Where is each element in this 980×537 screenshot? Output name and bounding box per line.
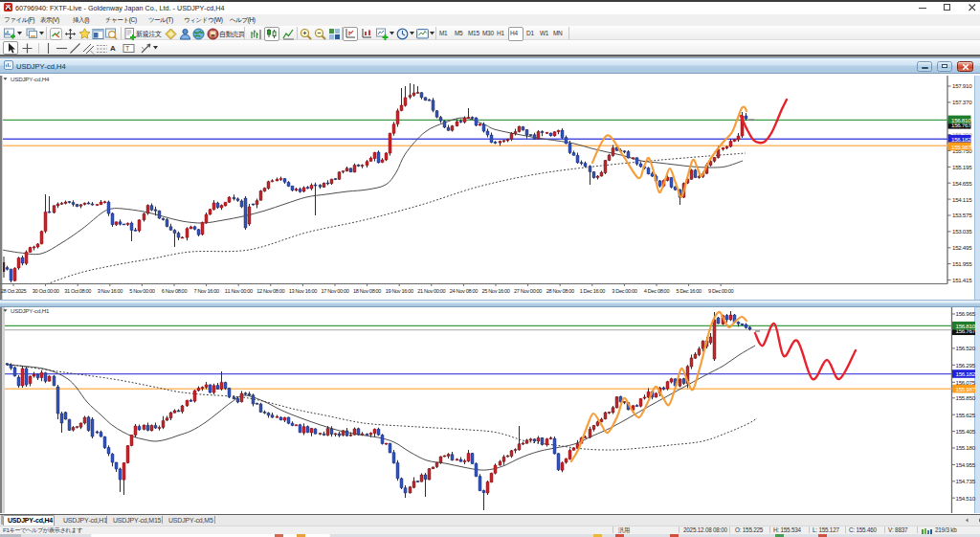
svg-text:7 Nov 16:00: 7 Nov 16:00 [193, 288, 219, 294]
svg-text:USDJPY-cd,H1: USDJPY-cd,H1 [11, 307, 50, 314]
svg-text:3 Nov 16:00: 3 Nov 16:00 [98, 288, 123, 294]
svg-text:153.575: 153.575 [952, 212, 972, 218]
svg-text:156.295: 156.295 [956, 362, 976, 369]
svg-text:153.035: 153.035 [952, 228, 972, 235]
svg-text:154.655: 154.655 [952, 180, 972, 187]
svg-text:154.955: 154.955 [956, 461, 976, 468]
svg-text:156.810: 156.810 [951, 117, 971, 123]
svg-text:31 Oct 08:00: 31 Oct 08:00 [64, 288, 91, 294]
svg-text:5 Nov 00:00: 5 Nov 00:00 [129, 288, 155, 294]
svg-text:24 Nov 08:00: 24 Nov 08:00 [450, 288, 478, 294]
svg-text:USDJPY-cd,H4: USDJPY-cd,H4 [11, 76, 50, 82]
svg-text:157.370: 157.370 [952, 99, 972, 105]
svg-text:27 Nov 00:00: 27 Nov 00:00 [514, 288, 542, 294]
svg-text:18 Nov 08:00: 18 Nov 08:00 [353, 288, 381, 294]
svg-text:13 Nov 16:00: 13 Nov 16:00 [289, 288, 317, 294]
svg-text:151.955: 151.955 [952, 260, 972, 267]
svg-text:155.987: 155.987 [951, 144, 971, 150]
svg-text:152.495: 152.495 [952, 244, 972, 251]
svg-text:155.405: 155.405 [956, 428, 976, 435]
svg-text:21 Nov 00:00: 21 Nov 00:00 [417, 288, 445, 294]
svg-text:11 Nov 00:00: 11 Nov 00:00 [225, 288, 253, 294]
svg-text:155.625: 155.625 [956, 412, 976, 418]
svg-text:6 Nov 08:00: 6 Nov 08:00 [162, 288, 188, 294]
svg-text:154.115: 154.115 [952, 196, 972, 203]
svg-text:155.987: 155.987 [956, 386, 976, 392]
svg-text:28 Nov 08:00: 28 Nov 08:00 [546, 288, 574, 294]
svg-text:156.075: 156.075 [956, 379, 976, 386]
svg-text:28 Oct 2025: 28 Oct 2025 [1, 288, 27, 294]
svg-text:3 Dec 00:00: 3 Dec 00:00 [612, 288, 637, 294]
svg-text:151.415: 151.415 [952, 277, 972, 283]
svg-text:156.965: 156.965 [956, 310, 976, 317]
svg-text:156.520: 156.520 [956, 345, 976, 351]
svg-text:17 Nov 00:00: 17 Nov 00:00 [321, 288, 348, 294]
svg-text:4 Dec 08:00: 4 Dec 08:00 [644, 288, 670, 294]
svg-text:30 Oct 00:00: 30 Oct 00:00 [33, 288, 59, 294]
svg-text:156.182: 156.182 [951, 136, 971, 143]
svg-text:154.735: 154.735 [956, 478, 976, 484]
svg-text:1 Dec 16:00: 1 Dec 16:00 [580, 288, 606, 294]
svg-text:155.195: 155.195 [952, 164, 972, 170]
svg-text:5 Dec 16:00: 5 Dec 16:00 [676, 288, 702, 294]
svg-text:155.180: 155.180 [956, 444, 976, 451]
svg-text:157.910: 157.910 [952, 82, 972, 89]
svg-text:19 Nov 16:00: 19 Nov 16:00 [386, 288, 413, 294]
svg-text:156.182: 156.182 [956, 370, 976, 377]
svg-text:9 Dec 00:00: 9 Dec 00:00 [708, 288, 734, 294]
svg-text:155.850: 155.850 [956, 394, 976, 401]
svg-text:154.510: 154.510 [956, 495, 976, 502]
svg-text:12 Nov 08:00: 12 Nov 08:00 [256, 288, 284, 294]
svg-text:156.810: 156.810 [956, 323, 976, 329]
svg-text:25 Nov 16:00: 25 Nov 16:00 [481, 288, 509, 294]
svg-text:T: T [125, 45, 130, 52]
